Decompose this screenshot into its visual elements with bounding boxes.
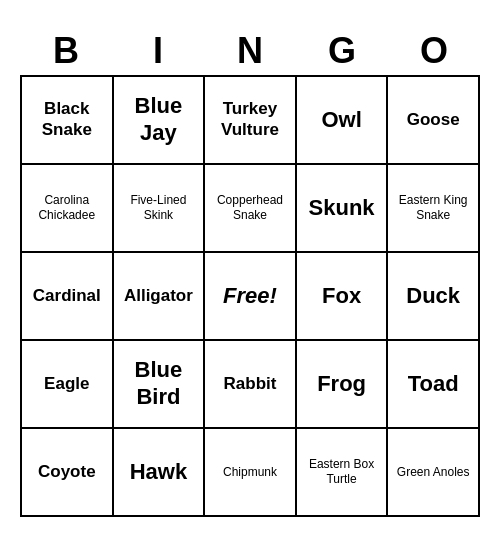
bingo-header: BINGO: [20, 27, 480, 75]
cell-r3-c4: Toad: [388, 341, 480, 429]
cell-r2-c1: Alligator: [114, 253, 206, 341]
bingo-grid: Black SnakeBlue JayTurkey VultureOwlGoos…: [20, 75, 480, 517]
cell-r0-c0: Black Snake: [22, 77, 114, 165]
cell-r1-c0: Carolina Chickadee: [22, 165, 114, 253]
cell-r3-c3: Frog: [297, 341, 389, 429]
cell-r3-c0: Eagle: [22, 341, 114, 429]
cell-r0-c3: Owl: [297, 77, 389, 165]
header-letter: N: [204, 27, 296, 75]
cell-r1-c1: Five-Lined Skink: [114, 165, 206, 253]
cell-r4-c3: Eastern Box Turtle: [297, 429, 389, 517]
cell-r4-c0: Coyote: [22, 429, 114, 517]
cell-r3-c2: Rabbit: [205, 341, 297, 429]
cell-r1-c2: Copperhead Snake: [205, 165, 297, 253]
cell-r2-c3: Fox: [297, 253, 389, 341]
header-letter: B: [20, 27, 112, 75]
cell-r0-c2: Turkey Vulture: [205, 77, 297, 165]
cell-r4-c2: Chipmunk: [205, 429, 297, 517]
header-letter: I: [112, 27, 204, 75]
cell-r0-c4: Goose: [388, 77, 480, 165]
cell-r2-c0: Cardinal: [22, 253, 114, 341]
cell-r4-c1: Hawk: [114, 429, 206, 517]
cell-r1-c4: Eastern King Snake: [388, 165, 480, 253]
cell-r2-c4: Duck: [388, 253, 480, 341]
bingo-card: BINGO Black SnakeBlue JayTurkey VultureO…: [20, 27, 480, 517]
cell-r3-c1: Blue Bird: [114, 341, 206, 429]
cell-r4-c4: Green Anoles: [388, 429, 480, 517]
header-letter: O: [388, 27, 480, 75]
cell-r0-c1: Blue Jay: [114, 77, 206, 165]
header-letter: G: [296, 27, 388, 75]
cell-r2-c2: Free!: [205, 253, 297, 341]
cell-r1-c3: Skunk: [297, 165, 389, 253]
